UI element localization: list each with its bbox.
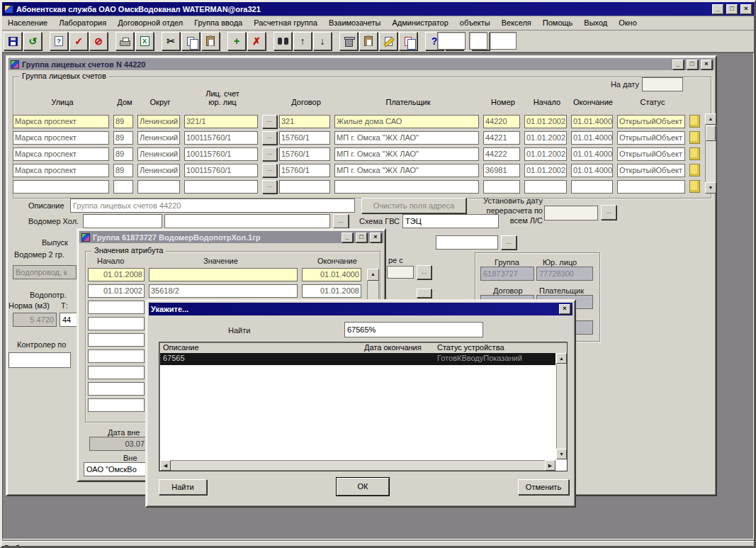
acc-cell-end[interactable]: 01.01.4000: [571, 131, 613, 145]
attr-maximize-button[interactable]: □: [356, 233, 367, 242]
edit-note-button[interactable]: [379, 32, 397, 50]
acc-cell-street[interactable]: Маркса проспект: [13, 115, 109, 128]
acc-cell-end[interactable]: 01.01.4000: [571, 115, 613, 128]
attr-cell-start[interactable]: [88, 350, 145, 363]
result-list[interactable]: Описание Дата окончания Статус устройств…: [159, 342, 568, 471]
dialog-close-button[interactable]: ×: [559, 304, 570, 314]
attr-scroll-up-icon[interactable]: ▲: [367, 269, 379, 281]
clipboard-button[interactable]: [359, 32, 378, 50]
find-input[interactable]: 67565%: [344, 322, 483, 337]
acc-cell-payer[interactable]: МП г. Омска "ЖХ ЛАО": [334, 164, 479, 177]
acc-cell-number[interactable]: 44222: [483, 147, 520, 161]
acc-cell-start[interactable]: 01.01.2002: [524, 115, 567, 128]
attr-cell-start[interactable]: [88, 398, 145, 412]
row-note-icon[interactable]: [689, 115, 700, 128]
acc-cell-house[interactable]: 89: [113, 131, 133, 145]
dialog-titlebar[interactable]: Укажите... ×: [149, 303, 572, 315]
acc-cell-street[interactable]: Маркса проспект: [13, 164, 109, 177]
menu-item-5[interactable]: Расчетная группа: [248, 17, 323, 29]
app-maximize-button[interactable]: □: [726, 4, 738, 14]
row-note-icon[interactable]: [689, 147, 700, 160]
acc-cell-contract[interactable]: 15760/1: [279, 164, 330, 177]
pipe-field[interactable]: Водопровод, к: [13, 265, 77, 279]
acc-cell-house[interactable]: 89: [113, 147, 133, 161]
result-scroll-down-icon[interactable]: ▼: [556, 449, 567, 459]
cold-meter-field-2[interactable]: [164, 214, 330, 228]
attribute-window-titlebar[interactable]: Группа 61873727 ВодомерВодопотрХол.1гр _…: [79, 231, 383, 243]
dialog-cancel-button[interactable]: Отменить: [518, 479, 569, 495]
acc-cell-contract[interactable]: 321: [279, 115, 330, 128]
attr-cell-start[interactable]: 01.01.2008: [88, 268, 145, 281]
paste-button[interactable]: [201, 32, 220, 50]
acc-cell-status[interactable]: ОткрытыйОбъект: [617, 164, 685, 177]
menu-item-12[interactable]: Окно: [613, 17, 643, 29]
next-record-button[interactable]: ↓: [313, 32, 332, 50]
delete-record-button[interactable]: ✗: [247, 32, 266, 50]
attr-cell-start[interactable]: [88, 317, 145, 330]
description-field[interactable]: Группа лицевых счетов 44220: [70, 198, 355, 213]
accounts-maximize-button[interactable]: □: [687, 60, 698, 69]
acc-cell-house[interactable]: 89: [113, 115, 133, 128]
acc-cell-payer[interactable]: Жилые дома САО: [334, 115, 479, 128]
acc-cell-district[interactable]: Ленинский: [137, 147, 180, 161]
acc-cell-start[interactable]: 01.01.2002: [524, 147, 567, 161]
acc-cell-district[interactable]: Ленинский: [137, 115, 180, 128]
attr-cell-end[interactable]: 01.01.2008: [302, 284, 361, 298]
acc-cell-number[interactable]: 36981: [483, 164, 520, 177]
app-minimize-button[interactable]: _: [712, 4, 723, 14]
attr-date-field[interactable]: 03.07: [89, 437, 147, 451]
outlet-lookup-button[interactable]: ...: [501, 235, 517, 250]
accounts-window-titlebar[interactable]: Группа лицевых счетов N 44220 _ □ ×: [9, 58, 714, 70]
scroll-thumb[interactable]: [706, 125, 716, 141]
menu-item-8[interactable]: объекты: [454, 17, 496, 29]
export-excel-button[interactable]: X: [135, 32, 154, 50]
acc-cell-contract[interactable]: [279, 180, 330, 194]
acc-cell-number[interactable]: 44221: [483, 131, 520, 145]
row-note-icon[interactable]: [689, 131, 700, 144]
menu-item-7[interactable]: Администратор: [386, 17, 453, 29]
account-lookup-button[interactable]: ...: [262, 147, 277, 161]
norm-field[interactable]: 5.4720: [13, 313, 57, 327]
attr-cell-end[interactable]: 01.01.4000: [302, 268, 361, 281]
row-note-icon[interactable]: [689, 180, 700, 193]
menu-item-9[interactable]: Векселя: [496, 17, 537, 29]
account-lookup-button[interactable]: ...: [262, 180, 277, 194]
acc-cell-number[interactable]: [483, 180, 520, 194]
attr-cell-start[interactable]: [88, 382, 145, 396]
acc-cell-end[interactable]: [571, 180, 613, 194]
menu-item-11[interactable]: Выход: [578, 17, 613, 29]
hidden-button-fragment[interactable]: [417, 289, 431, 298]
acc-cell-house[interactable]: 89: [113, 164, 133, 177]
previous-record-button[interactable]: ↑: [293, 32, 312, 50]
menu-item-4[interactable]: Группа ввода: [188, 17, 248, 29]
attr-cell-value[interactable]: [149, 268, 298, 281]
attr-cell-start[interactable]: [88, 333, 145, 347]
on-date-field[interactable]: [642, 77, 683, 91]
acc-cell-district[interactable]: Ленинский: [137, 164, 180, 177]
cold-meter-lookup-button[interactable]: ...: [333, 214, 349, 228]
acc-cell-district[interactable]: Ленинский: [137, 131, 180, 145]
group-field[interactable]: 61873727: [480, 267, 534, 281]
acc-cell-payer[interactable]: [334, 180, 479, 194]
acc-cell-status[interactable]: ОткрытыйОбъект: [617, 131, 685, 145]
dialog-ok-button[interactable]: ОК: [337, 478, 389, 496]
acc-cell-end[interactable]: 01.01.4000: [571, 147, 613, 161]
acc-cell-street[interactable]: [13, 180, 109, 194]
clear-record-button[interactable]: [339, 32, 358, 50]
acc-cell-account[interactable]: 100115760/1: [184, 131, 258, 145]
scroll-down-icon[interactable]: ▼: [705, 182, 716, 194]
row-note-icon[interactable]: [689, 164, 700, 177]
menu-item-6[interactable]: Взаимозачеты: [323, 17, 387, 29]
app-titlebar[interactable]: Абонентская служба ОАО ОмскВодоканал WAT…: [2, 2, 754, 16]
cold-meter-field-1[interactable]: [83, 214, 162, 228]
hidden-lookup-button[interactable]: ...: [417, 265, 431, 279]
account-lookup-button[interactable]: ...: [262, 131, 277, 145]
result-scroll-right-icon[interactable]: ▶: [545, 460, 555, 471]
acc-cell-account[interactable]: 321/1: [184, 115, 258, 128]
print-button[interactable]: [115, 32, 134, 50]
attr-cell-start[interactable]: [88, 366, 145, 379]
attr-cell-start[interactable]: 01.01.2002: [88, 284, 145, 298]
attr-cell-start[interactable]: [88, 301, 145, 314]
acc-cell-number[interactable]: 44220: [483, 115, 520, 128]
cut-button[interactable]: ✂: [162, 32, 180, 50]
